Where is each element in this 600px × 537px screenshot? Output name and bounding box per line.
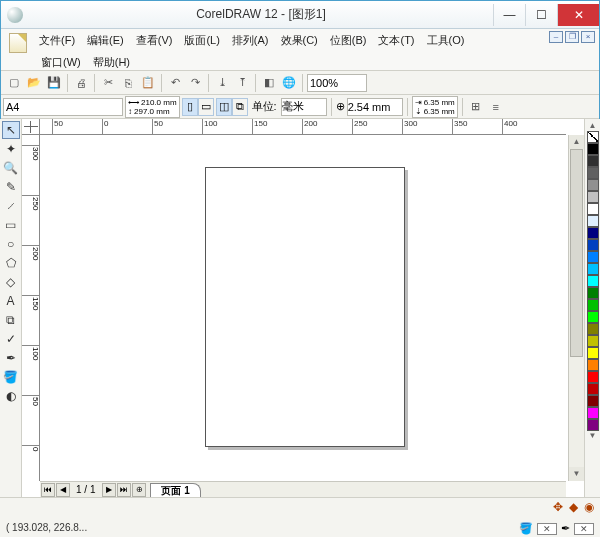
color-swatch[interactable] xyxy=(587,323,599,335)
palette-down-icon[interactable]: ▼ xyxy=(587,431,599,441)
no-color-swatch[interactable] xyxy=(587,131,599,143)
import-icon[interactable]: ⤓ xyxy=(213,74,231,92)
smart-draw-icon[interactable]: ⟋ xyxy=(2,197,20,215)
color-swatch[interactable] xyxy=(587,203,599,215)
menu-edit[interactable]: 编辑(E) xyxy=(81,31,130,50)
duplicate-distance[interactable]: ⇥ 6.35 mm ⇣ 6.35 mm xyxy=(412,96,458,118)
text-tool-icon[interactable]: A xyxy=(2,292,20,310)
ruler-origin[interactable] xyxy=(22,119,40,135)
menu-effects[interactable]: 效果(C) xyxy=(275,31,324,50)
zoom-select[interactable] xyxy=(307,74,367,92)
app-launcher-icon[interactable]: ◧ xyxy=(260,74,278,92)
color-swatch[interactable] xyxy=(587,383,599,395)
color-swatch[interactable] xyxy=(587,347,599,359)
property-bar: ⟷ 210.0 mm ↕ 297.0 mm ▯▭ ◫⧉ 单位: ⊕ ⇥ 6.35… xyxy=(1,95,599,119)
color-swatch[interactable] xyxy=(587,275,599,287)
next-page-button[interactable]: ▶ xyxy=(102,483,116,497)
paper-size-select[interactable] xyxy=(3,98,123,116)
freehand-tool-icon[interactable]: ✎ xyxy=(2,178,20,196)
color-swatch[interactable] xyxy=(587,287,599,299)
color-swatch[interactable] xyxy=(587,419,599,431)
menu-help[interactable]: 帮助(H) xyxy=(87,53,136,72)
corel-online-icon[interactable]: 🌐 xyxy=(280,74,298,92)
drawing-canvas[interactable] xyxy=(40,135,566,481)
eyedropper-tool-icon[interactable]: ✓ xyxy=(2,330,20,348)
blend-tool-icon[interactable]: ⧉ xyxy=(2,311,20,329)
color-swatch[interactable] xyxy=(587,179,599,191)
basic-shapes-icon[interactable]: ◇ xyxy=(2,273,20,291)
page-tab[interactable]: 页面 1 xyxy=(150,483,200,497)
open-icon[interactable]: 📂 xyxy=(25,74,43,92)
ellipse-tool-icon[interactable]: ○ xyxy=(2,235,20,253)
zoom-tool-icon[interactable]: 🔍 xyxy=(2,159,20,177)
options-icon[interactable]: ≡ xyxy=(487,98,505,116)
print-icon[interactable]: 🖨 xyxy=(72,74,90,92)
menu-tools[interactable]: 工具(O) xyxy=(421,31,471,50)
outline-tool-icon[interactable]: ✒ xyxy=(2,349,20,367)
first-page-button[interactable]: ⏮ xyxy=(41,483,55,497)
new-icon[interactable]: ▢ xyxy=(5,74,23,92)
vertical-scrollbar[interactable]: ▲ ▼ xyxy=(568,135,584,481)
color-swatch[interactable] xyxy=(587,191,599,203)
last-page-button[interactable]: ⏭ xyxy=(117,483,131,497)
prev-page-button[interactable]: ◀ xyxy=(56,483,70,497)
landscape-icon: ▭ xyxy=(198,98,214,116)
mdi-minimize[interactable]: – xyxy=(549,31,563,43)
color-swatch[interactable] xyxy=(587,215,599,227)
color-swatch[interactable] xyxy=(587,263,599,275)
mdi-restore[interactable]: ❐ xyxy=(565,31,579,43)
app-icon xyxy=(7,7,23,23)
interactive-fill-icon[interactable]: ◐ xyxy=(2,387,20,405)
nudge-input[interactable] xyxy=(347,98,403,116)
close-button[interactable]: ✕ xyxy=(557,4,599,26)
shape-tool-icon[interactable]: ✦ xyxy=(2,140,20,158)
menu-bitmap[interactable]: 位图(B) xyxy=(324,31,373,50)
export-icon[interactable]: ⤒ xyxy=(233,74,251,92)
fill-outline-preview[interactable]: 🪣 ✒ xyxy=(519,522,594,535)
unit-select[interactable] xyxy=(281,98,327,116)
color-swatch[interactable] xyxy=(587,143,599,155)
palette-up-icon[interactable]: ▲ xyxy=(587,121,599,131)
portrait-icon: ▯ xyxy=(182,98,198,116)
page-apply-buttons[interactable]: ◫⧉ xyxy=(216,98,248,116)
vertical-ruler[interactable]: 300250200150100500 xyxy=(22,135,40,481)
color-swatch[interactable] xyxy=(587,299,599,311)
color-swatch[interactable] xyxy=(587,359,599,371)
pick-tool-icon[interactable]: ↖ xyxy=(2,121,20,139)
mdi-close[interactable]: × xyxy=(581,31,595,43)
polygon-tool-icon[interactable]: ⬠ xyxy=(2,254,20,272)
color-swatch[interactable] xyxy=(587,395,599,407)
color-swatch[interactable] xyxy=(587,251,599,263)
copy-icon[interactable]: ⎘ xyxy=(119,74,137,92)
paste-icon[interactable]: 📋 xyxy=(139,74,157,92)
color-swatch[interactable] xyxy=(587,239,599,251)
rectangle-tool-icon[interactable]: ▭ xyxy=(2,216,20,234)
maximize-button[interactable]: ☐ xyxy=(525,4,557,26)
color-swatch[interactable] xyxy=(587,335,599,347)
orientation-buttons[interactable]: ▯▭ xyxy=(182,98,214,116)
menubar: 文件(F) 编辑(E) 查看(V) 版面(L) 排列(A) 效果(C) 位图(B… xyxy=(1,29,599,71)
menu-window[interactable]: 窗口(W) xyxy=(35,53,87,72)
menu-layout[interactable]: 版面(L) xyxy=(178,31,225,50)
color-swatch[interactable] xyxy=(587,167,599,179)
page-dimensions[interactable]: ⟷ 210.0 mm ↕ 297.0 mm xyxy=(125,96,180,118)
minimize-button[interactable]: — xyxy=(493,4,525,26)
color-swatch[interactable] xyxy=(587,155,599,167)
color-swatch[interactable] xyxy=(587,407,599,419)
cut-icon[interactable]: ✂ xyxy=(99,74,117,92)
color-swatch[interactable] xyxy=(587,311,599,323)
menu-arrange[interactable]: 排列(A) xyxy=(226,31,275,50)
save-icon[interactable]: 💾 xyxy=(45,74,63,92)
snap-toggle-icon[interactable]: ⊞ xyxy=(467,98,485,116)
menu-file[interactable]: 文件(F) xyxy=(33,31,81,50)
menu-view[interactable]: 查看(V) xyxy=(130,31,179,50)
horizontal-ruler[interactable]: 50050100150200250300350400 xyxy=(40,119,566,135)
fill-tool-icon[interactable]: 🪣 xyxy=(2,368,20,386)
add-page-button[interactable]: ⊕ xyxy=(132,483,146,497)
undo-icon[interactable]: ↶ xyxy=(166,74,184,92)
page-boundary xyxy=(205,167,405,447)
menu-text[interactable]: 文本(T) xyxy=(372,31,420,50)
color-swatch[interactable] xyxy=(587,371,599,383)
redo-icon[interactable]: ↷ xyxy=(186,74,204,92)
color-swatch[interactable] xyxy=(587,227,599,239)
